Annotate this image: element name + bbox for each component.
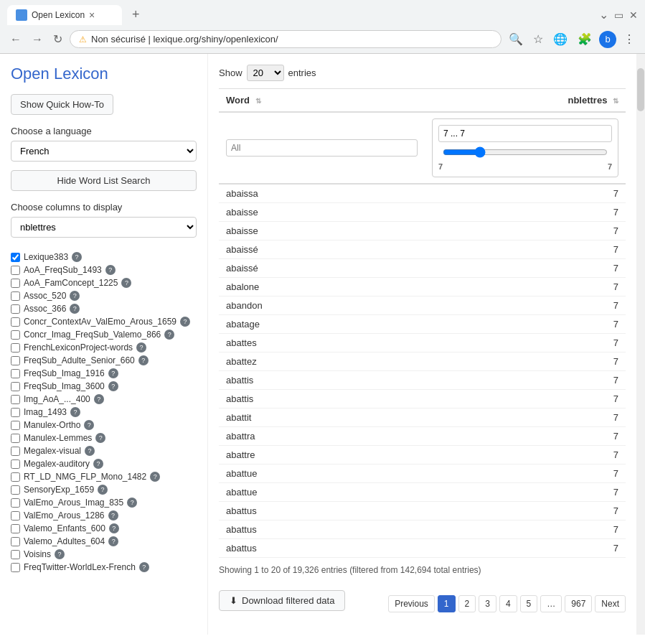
- checkbox-Valemo_Enfants_600[interactable]: [11, 524, 20, 533]
- checkbox-FreqSub_Imag_3600[interactable]: [11, 382, 20, 391]
- help-badge[interactable]: ?: [105, 265, 116, 275]
- table-row: abaissé7: [219, 241, 626, 259]
- col-nblettres-header[interactable]: nblettres ⇅: [425, 89, 626, 113]
- help-badge[interactable]: ?: [136, 342, 146, 353]
- help-badge[interactable]: ?: [139, 562, 149, 572]
- checkbox-Manulex-Ortho[interactable]: [11, 421, 20, 430]
- hide-search-button[interactable]: Hide Word List Search: [11, 170, 197, 191]
- tab-close-button[interactable]: ×: [89, 9, 95, 21]
- help-badge[interactable]: ?: [95, 433, 105, 443]
- help-badge[interactable]: ?: [150, 472, 160, 482]
- browser-toolbar-icons: 🔍 ☆ 🌐 🧩 b ⋮: [506, 29, 638, 49]
- help-badge[interactable]: ?: [108, 368, 118, 378]
- globe-icon-btn[interactable]: 🌐: [550, 29, 570, 49]
- help-badge[interactable]: ?: [94, 394, 104, 404]
- help-badge[interactable]: ?: [70, 291, 80, 301]
- checkbox-item: Assoc_366?: [11, 304, 197, 314]
- columns-select[interactable]: nblettresfreqfilms2freqlivrescgramgenre: [11, 217, 197, 238]
- table-row: abatage7: [219, 315, 626, 334]
- cell-word: abaissa: [219, 184, 425, 203]
- help-badge[interactable]: ?: [93, 459, 103, 469]
- back-button[interactable]: ←: [7, 30, 24, 49]
- help-badge[interactable]: ?: [55, 549, 65, 559]
- download-button[interactable]: Download filtered data: [219, 590, 345, 611]
- help-badge[interactable]: ?: [72, 252, 82, 262]
- checkbox-AoA_FreqSub_1493[interactable]: [11, 266, 20, 275]
- cell-nblettres: 7: [425, 390, 626, 409]
- help-badge[interactable]: ?: [164, 330, 174, 340]
- checkbox-Concr_ContextAv_ValEmo_Arous_1659[interactable]: [11, 317, 20, 327]
- help-badge[interactable]: ?: [70, 407, 80, 417]
- checkbox-label-ValEmo_Arous_Imag_835: ValEmo_Arous_Imag_835: [24, 498, 123, 508]
- page-3-button[interactable]: 3: [479, 595, 496, 612]
- checkbox-FreqSub_Imag_1916[interactable]: [11, 369, 20, 378]
- checkbox-ValEmo_Arous_1286[interactable]: [11, 511, 20, 521]
- checkbox-Img_AoA___400[interactable]: [11, 395, 20, 404]
- address-bar[interactable]: ⚠ Non sécurisé | lexique.org/shiny/openl…: [70, 30, 502, 48]
- word-filter-cell: [219, 112, 425, 184]
- help-badge[interactable]: ?: [121, 278, 131, 288]
- checkbox-label-Imag_1493: Imag_1493: [24, 407, 67, 417]
- checkbox-Concr_Imag_FreqSub_Valemo_866[interactable]: [11, 330, 20, 340]
- col-word-header[interactable]: Word ⇅: [219, 89, 425, 113]
- cell-nblettres: 7: [425, 465, 626, 483]
- help-badge[interactable]: ?: [108, 536, 118, 546]
- help-badge[interactable]: ?: [85, 446, 95, 456]
- cell-nblettres: 7: [425, 241, 626, 259]
- reload-button[interactable]: ↻: [50, 29, 65, 49]
- checkbox-Lexique383[interactable]: [11, 253, 20, 262]
- checkbox-label-Img_AoA___400: Img_AoA_..._400: [24, 394, 90, 404]
- new-tab-button[interactable]: +: [126, 4, 146, 25]
- profile-icon-btn[interactable]: b: [599, 31, 616, 48]
- extension-icon-btn[interactable]: 🧩: [575, 29, 595, 49]
- checkbox-Voisins[interactable]: [11, 550, 20, 559]
- checkbox-FreqSub_Adulte_Senior_660[interactable]: [11, 356, 20, 365]
- page-967-button[interactable]: 967: [565, 595, 592, 612]
- quick-howto-button[interactable]: Show Quick How-To: [11, 94, 113, 115]
- bookmark-icon-btn[interactable]: ☆: [530, 29, 546, 49]
- choose-language-label: Choose a language: [11, 126, 197, 136]
- bottom-bar: Download filtered data Previous12345…967…: [219, 582, 626, 612]
- next-page-button[interactable]: Next: [595, 595, 626, 612]
- prev-page-button[interactable]: Previous: [388, 595, 435, 612]
- forward-button[interactable]: →: [29, 30, 46, 49]
- checkbox-Imag_1493[interactable]: [11, 408, 20, 417]
- help-badge[interactable]: ?: [108, 510, 118, 521]
- help-badge[interactable]: ?: [98, 485, 108, 495]
- scrollbar-thumb[interactable]: [637, 68, 644, 111]
- language-select[interactable]: FrenchEnglishGermanSpanish: [11, 141, 197, 162]
- checkbox-Manulex-Lemmes[interactable]: [11, 434, 20, 443]
- help-badge[interactable]: ?: [127, 498, 137, 508]
- checkbox-Valemo_Adultes_604[interactable]: [11, 537, 20, 546]
- help-badge[interactable]: ?: [84, 420, 94, 430]
- checkbox-Megalex-visual[interactable]: [11, 447, 20, 456]
- help-badge[interactable]: ?: [70, 304, 80, 314]
- search-icon-btn[interactable]: 🔍: [506, 29, 526, 49]
- checkbox-item: Manulex-Lemmes?: [11, 433, 197, 443]
- help-badge[interactable]: ?: [108, 381, 118, 391]
- page-1-button[interactable]: 1: [438, 595, 456, 612]
- checkbox-RT_LD_NMG_FLP_Mono_1482[interactable]: [11, 472, 20, 482]
- checkbox-AoA_FamConcept_1225[interactable]: [11, 279, 20, 288]
- checkbox-FrenchLexiconProject-words[interactable]: [11, 343, 20, 353]
- menu-icon-btn[interactable]: ⋮: [621, 29, 638, 49]
- checkbox-item: SensoryExp_1659?: [11, 485, 197, 495]
- checkbox-Assoc_520[interactable]: [11, 291, 20, 301]
- range-slider[interactable]: [443, 146, 608, 158]
- browser-tab[interactable]: Open Lexicon ×: [7, 5, 122, 25]
- checkbox-FreqTwitter-WorldLex-French[interactable]: [11, 563, 20, 572]
- checkbox-SensoryExp_1659[interactable]: [11, 485, 20, 495]
- show-entries-select[interactable]: 10202550100: [247, 65, 284, 81]
- page-5-button[interactable]: 5: [520, 595, 538, 612]
- page-4-button[interactable]: 4: [499, 595, 517, 612]
- help-badge[interactable]: ?: [109, 523, 119, 533]
- scrollbar[interactable]: [636, 54, 645, 635]
- checkbox-Assoc_366[interactable]: [11, 304, 20, 314]
- range-input-box[interactable]: [438, 125, 612, 142]
- word-filter-input[interactable]: [226, 139, 418, 157]
- checkbox-ValEmo_Arous_Imag_835[interactable]: [11, 498, 20, 508]
- help-badge[interactable]: ?: [138, 355, 149, 365]
- help-badge[interactable]: ?: [180, 317, 190, 327]
- checkbox-Megalex-auditory[interactable]: [11, 459, 20, 469]
- page-2-button[interactable]: 2: [458, 595, 476, 612]
